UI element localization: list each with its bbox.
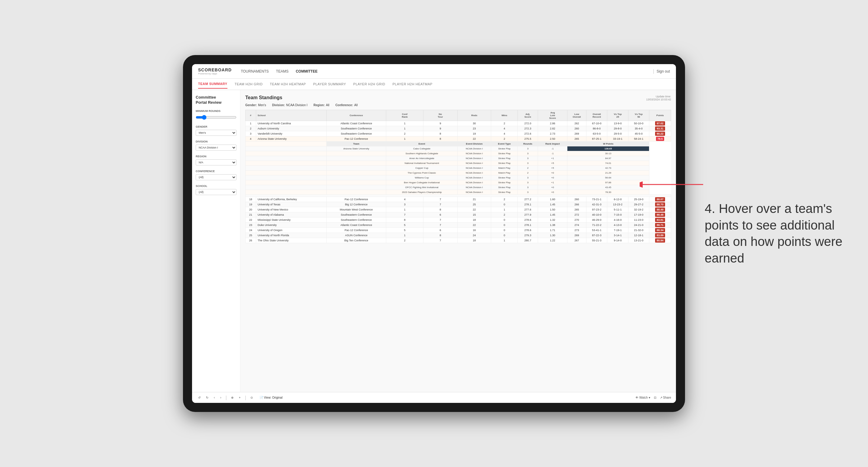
tab-player-summary[interactable]: PLAYER SUMMARY (313, 80, 346, 88)
filter-conference: Conference: All (335, 103, 358, 107)
cell-rank: 3 (246, 131, 256, 136)
cell-vs50: 58-24-1 (628, 136, 649, 142)
cell-school: Vanderbilt University (256, 131, 326, 136)
cell-vs50: 50-10-0 (628, 121, 649, 126)
toolbar-separator-2: | (245, 395, 246, 401)
expanded-div-header: Event Division (457, 142, 491, 146)
cell-record: 67-10-0 (586, 121, 607, 126)
annotation: 4. Hover over a team's points to see add… (705, 200, 844, 267)
cell-rank: 4 (246, 136, 256, 142)
col-conference: Conference (326, 110, 386, 121)
col-avg-low: AvgLowScore (538, 110, 567, 121)
nav-next-button[interactable]: › (219, 395, 222, 400)
expanded-type-header: Event Type (491, 142, 518, 146)
cell-conf: Southeastern Conference (326, 126, 386, 131)
cell-tours: 9 (423, 121, 457, 126)
logo-title: SCOREBOARD (198, 67, 232, 72)
cell-low: 269 (567, 131, 586, 136)
cell-wins: 4 (491, 131, 518, 136)
share-icon[interactable]: ⊡ (654, 396, 656, 399)
table-row[interactable]: 3 Vanderbilt University Southeastern Con… (246, 131, 671, 136)
nav-prev-button[interactable]: ‹ (213, 395, 216, 400)
sidebar-min-rounds-label: Minimum Rounds (196, 110, 237, 113)
filter-gender: Gender: Men's (245, 103, 266, 107)
tab-player-h2h-grid[interactable]: PLAYER H2H GRID (353, 80, 385, 88)
sidebar-portal-title: CommitteePortal Review (196, 95, 237, 105)
watch-button[interactable]: 👁 Watch ▾ (636, 396, 650, 399)
cell-points[interactable]: 78.5 (649, 136, 671, 142)
school-select[interactable]: (All) (196, 189, 237, 195)
sidebar-school-section: School (All) (196, 185, 237, 195)
filter-division-value: NCAA Division I (286, 103, 308, 107)
min-rounds-slider[interactable] (196, 115, 237, 120)
cell-avg: 2.82 (538, 126, 567, 131)
table-row[interactable]: 26 The Ohio State University Big Ten Con… (246, 238, 671, 243)
col-record: OverallRecord (586, 110, 607, 121)
cell-adj: 275.5 (518, 136, 538, 142)
expanded-cell (246, 142, 327, 146)
table-row[interactable]: 21 University of Alabama Southeastern Co… (246, 212, 671, 217)
tab-team-h2h-grid[interactable]: TEAM H2H GRID (235, 80, 263, 88)
sidebar-gender-label: Gender (196, 125, 237, 128)
expanded-rounds-header: Rounds (518, 142, 538, 146)
tab-player-h2h-heatmap[interactable]: PLAYER H2H HEATMAP (393, 80, 433, 88)
sidebar-region-label: Region (196, 155, 237, 158)
cell-vs25: 29-5-0 (607, 131, 628, 136)
cell-conf-rank: 2 (386, 131, 423, 136)
cell-tours: 9 (423, 126, 457, 131)
sidebar-portal-section: CommitteePortal Review (196, 95, 237, 105)
toolbar-right: 👁 Watch ▾ ⊡ ↗ Share (636, 396, 671, 399)
cell-points[interactable]: 97.02 (649, 121, 671, 126)
table-row[interactable]: 18 University of California, Berkeley Pa… (246, 197, 671, 202)
cell-tours: 8 (423, 136, 457, 142)
tab-team-h2h-heatmap[interactable]: TEAM H2H HEATMAP (270, 80, 306, 88)
cell-points[interactable]: 90.22 (649, 131, 671, 136)
table-row[interactable]: 22 Mississippi State University Southeas… (246, 217, 671, 223)
gender-select[interactable]: Men's Women's (196, 130, 237, 136)
cell-conf: Pac-12 Conference (326, 136, 386, 142)
cell-rnds: 19 (457, 131, 491, 136)
table-row[interactable]: 19 University of Texas Big 12 Conference… (246, 202, 671, 207)
cell-rnds: 30 (457, 121, 491, 126)
filter-gender-label: Gender: (245, 103, 257, 107)
table-row[interactable]: 2 Auburn University Southeastern Confere… (246, 126, 671, 131)
table-row[interactable]: 1 University of North Carolina Atlantic … (246, 121, 671, 126)
table-header-row: # School Conference ConfRank NoTour Rnds… (246, 110, 671, 121)
expanded-data-row: Copper Cup NCAA Division I Match Play 2 … (246, 166, 671, 170)
sign-out-link[interactable]: Sign out (657, 69, 670, 73)
region-select[interactable]: N/A All (196, 159, 237, 165)
calendar-button[interactable]: ⊙ (249, 395, 254, 400)
conference-select[interactable]: (All) (196, 174, 237, 180)
expanded-data-row: Ben Hogan Collegiate Invitational NCAA D… (246, 180, 671, 185)
standings-title: Team Standings (245, 95, 282, 100)
share-button[interactable]: ↗ Share (660, 396, 671, 399)
redo-button[interactable]: ↻ (205, 395, 210, 400)
tab-team-summary[interactable]: TEAM SUMMARY (198, 80, 227, 89)
expanded-data-row: Williams Cup NCAA Division I Stroke Play… (246, 176, 671, 180)
cell-rank: 1 (246, 121, 256, 126)
nav-links: TOURNAMENTS TEAMS COMMITTEE (241, 68, 653, 75)
table-row[interactable]: 25 University of North Florida ASUN Conf… (246, 233, 671, 238)
table-row[interactable]: 24 University of Oregon Pac-12 Conferenc… (246, 228, 671, 233)
nav-committee[interactable]: COMMITTEE (296, 68, 317, 75)
sidebar-division-section: Division NCAA Division I NCAA Division I… (196, 140, 237, 151)
table-row[interactable]: 23 Duke University Atlantic Coast Confer… (246, 223, 671, 228)
division-select[interactable]: NCAA Division I NCAA Division II NCAA Di… (196, 145, 237, 151)
nav-teams[interactable]: TEAMS (276, 68, 288, 75)
filter-region-value: All (326, 103, 329, 107)
sub-nav: TEAM SUMMARY TEAM H2H GRID TEAM H2H HEAT… (192, 79, 676, 90)
app-logo: SCOREBOARD Powered by clippi (198, 67, 232, 75)
cell-points[interactable]: 93.31 (649, 126, 671, 131)
nav-tournaments[interactable]: TOURNAMENTS (241, 68, 269, 75)
col-rnds: Rnds (457, 110, 491, 121)
table-row-expanded[interactable]: 4 Arizona State University Pac-12 Confer… (246, 136, 671, 142)
col-conf-rank: ConfRank (386, 110, 423, 121)
copy-button[interactable]: ⊕ (230, 395, 235, 400)
cell-vs50: 45-5-0 (628, 131, 649, 136)
table-row[interactable]: 20 University of New Mexico Mountain Wes… (246, 207, 671, 212)
view-label[interactable]: 📄 View: Original (259, 396, 282, 399)
cell-vs25: 13-9-0 (607, 121, 628, 126)
plus-button[interactable]: + (238, 395, 242, 400)
undo-button[interactable]: ↺ (197, 395, 202, 400)
cell-adj: 272.3 (518, 126, 538, 131)
